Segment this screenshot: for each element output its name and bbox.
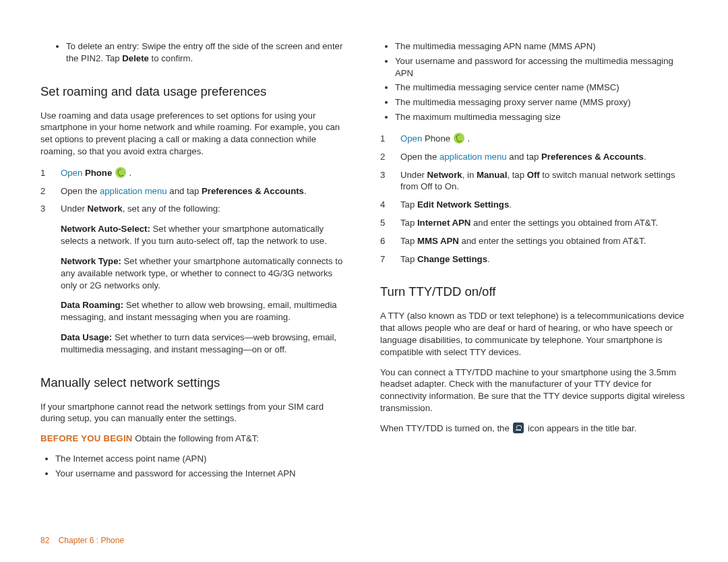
manual-network-steps: Open Phone . Open the application menu a… — [380, 133, 688, 266]
page-number: 82 — [40, 536, 49, 545]
roaming-intro: Use roaming and data usage preferences t… — [40, 110, 348, 158]
bullet-mms-apn: The multimedia messaging APN name (MMS A… — [395, 40, 688, 53]
heading-manual-network: Manually select network settings — [40, 375, 348, 392]
right-column: The multimedia messaging APN name (MMS A… — [380, 38, 688, 523]
chapter-label: Chapter 6 : Phone — [59, 536, 124, 545]
byb-bullets-left: The Internet access point name (APN) You… — [40, 453, 348, 480]
step-open-phone: Open Phone . — [40, 167, 348, 179]
byb-bullets-right: The multimedia messaging APN name (MMS A… — [380, 40, 688, 123]
mstep-change-settings: Tap Change Settings. — [380, 253, 688, 266]
step-under-network: Under Network, set any of the following:… — [40, 203, 348, 355]
bullet-mms-size: The maximum multimedia messaging size — [395, 111, 688, 123]
mstep-open-app-menu: Open the application menu and tap Prefer… — [380, 151, 688, 163]
left-column: To delete an entry: Swipe the entry off … — [40, 38, 348, 523]
heading-roaming-prefs: Set roaming and data usage preferences — [40, 84, 348, 100]
bullet-mms-proxy: The multimedia messaging proxy server na… — [395, 96, 688, 108]
mstep-open-phone: Open Phone . — [380, 133, 688, 145]
tty-p2: You can connect a TTY/TDD machine to you… — [380, 367, 688, 414]
network-options: Network Auto-Select: Set whether your sm… — [61, 223, 348, 355]
roaming-steps: Open Phone . Open the application menu a… — [40, 167, 348, 356]
mstep-mms-apn: Tap MMS APN and enter the settings you o… — [380, 235, 688, 247]
step-open-app-menu: Open the application menu and tap Prefer… — [40, 185, 348, 197]
page-footer: 82 Chapter 6 : Phone — [40, 523, 688, 546]
mstep-manual-off: Under Network, in Manual, tap Off to swi… — [380, 169, 688, 193]
heading-tty: Turn TTY/TDD on/off — [380, 284, 688, 301]
bullet-apn: The Internet access point name (APN) — [55, 453, 348, 465]
bullet-delete-entry: To delete an entry: Swipe the entry off … — [66, 40, 348, 65]
before-you-begin: BEFORE YOU BEGIN Obtain the following fr… — [40, 433, 348, 445]
bullet-mmsc: The multimedia messaging service center … — [395, 82, 688, 94]
tty-icon — [513, 423, 524, 433]
mstep-internet-apn: Tap Internet APN and enter the settings … — [380, 217, 688, 229]
manual-intro: If your smartphone cannot read the netwo… — [40, 401, 348, 425]
phone-icon — [115, 167, 126, 178]
phone-icon — [454, 133, 464, 144]
tty-p1: A TTY (also known as TDD or text telepho… — [380, 310, 688, 358]
continuation-bullets: To delete an entry: Swipe the entry off … — [40, 40, 348, 65]
bullet-mms-creds: Your username and password for accessing… — [395, 55, 688, 80]
mstep-edit-network: Tap Edit Network Settings. — [380, 199, 688, 211]
two-column-layout: To delete an entry: Swipe the entry off … — [40, 38, 688, 523]
manual-page: To delete an entry: Swipe the entry off … — [0, 0, 728, 562]
bullet-creds: Your username and password for accessing… — [55, 468, 348, 480]
tty-p3: When TTY/TDD is turned on, the icon appe… — [380, 423, 688, 435]
